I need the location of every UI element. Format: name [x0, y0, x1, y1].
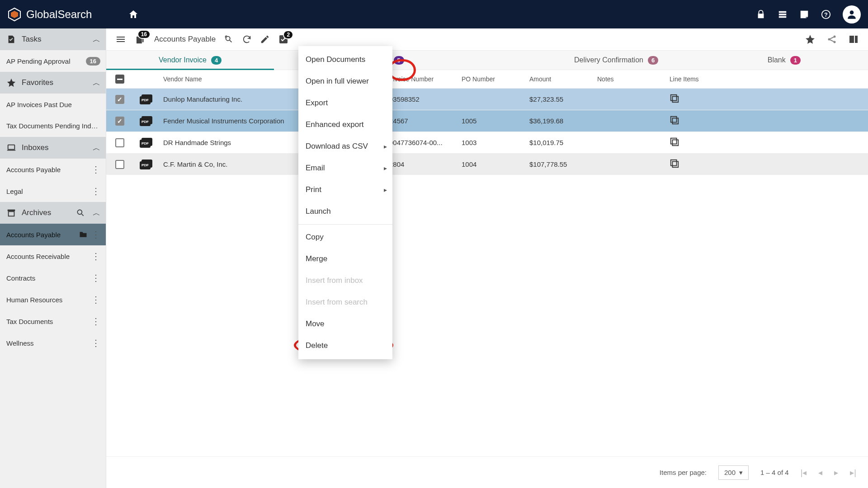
more-vert-icon[interactable]: ⋮: [91, 164, 100, 175]
ctx-email[interactable]: Email▸: [298, 157, 392, 179]
content-title: Accounts Payable: [154, 35, 216, 44]
ctx-download-csv[interactable]: Download as CSV▸: [298, 136, 392, 157]
more-vert-icon[interactable]: ⋮: [91, 186, 100, 197]
panel-toggle-icon[interactable]: [848, 34, 859, 45]
first-page-button[interactable]: |◂: [801, 468, 807, 478]
sidebar-item-archive-contracts[interactable]: Contracts ⋮: [0, 267, 106, 289]
ctx-merge[interactable]: Merge: [298, 248, 392, 270]
table-row[interactable]: PDF Fender Musical Instruments Corporati…: [106, 110, 868, 131]
ctx-copy[interactable]: Copy: [298, 226, 392, 248]
cell-amount: $36,199.68: [525, 117, 593, 125]
table-row[interactable]: PDF C.F. Martin & Co, Inc. 11/19/2018 28…: [106, 153, 868, 175]
results-table: Vendor Name Document Date Invoice Number…: [106, 70, 868, 175]
ctx-delete[interactable]: Delete: [298, 335, 392, 357]
column-header[interactable]: Vendor Name: [159, 75, 312, 83]
sidebar-section-favorites[interactable]: Favorites ︿: [0, 72, 106, 94]
lock-icon[interactable]: [756, 9, 766, 19]
line-items-icon[interactable]: [670, 94, 679, 103]
sidebar-item-inbox-accounts-payable[interactable]: Accounts Payable ⋮: [0, 159, 106, 180]
submenu-arrow-icon: ▸: [384, 143, 387, 150]
cell-invoice-number: 2804: [385, 160, 457, 168]
cell-po-number: 1004: [457, 160, 525, 168]
ctx-export[interactable]: Export: [298, 92, 392, 114]
sidebar-item-archive-hr[interactable]: Human Resources ⋮: [0, 289, 106, 310]
sidebar-item-inbox-legal[interactable]: Legal ⋮: [0, 180, 106, 202]
ctx-open-documents[interactable]: Open Documents: [298, 49, 392, 70]
note-edit-icon[interactable]: [799, 9, 809, 19]
tab-blank[interactable]: Blank 1: [700, 51, 868, 70]
sidebar-item-archive-wellness[interactable]: Wellness ⋮: [0, 332, 106, 354]
pagination-footer: Items per page: 200 ▾ 1 – 4 of 4 |◂ ◂ ▸ …: [106, 456, 868, 488]
row-checkbox[interactable]: [115, 95, 124, 104]
star-outline-icon[interactable]: [805, 34, 816, 45]
column-header[interactable]: Line Items: [665, 75, 719, 83]
pdf-stack-icon[interactable]: PDF: [140, 138, 152, 148]
select-all-checkbox[interactable]: [115, 75, 124, 84]
ctx-enhanced-export[interactable]: Enhanced export: [298, 114, 392, 136]
svg-rect-28: [671, 95, 677, 101]
sidebar-section-inboxes[interactable]: Inboxes ︿: [0, 137, 106, 159]
menu-icon[interactable]: [115, 34, 126, 45]
refresh-icon[interactable]: [242, 34, 252, 44]
pdf-stack-icon[interactable]: PDF: [140, 116, 152, 126]
tab-delivery-confirmation[interactable]: Delivery Confirmation 6: [533, 51, 700, 70]
svg-rect-15: [117, 39, 125, 40]
selection-actions-button[interactable]: 2: [278, 34, 289, 45]
share-icon[interactable]: [826, 34, 837, 45]
next-page-button[interactable]: ▸: [834, 468, 838, 478]
tab-label: Blank: [768, 56, 786, 64]
help-icon[interactable]: ?: [821, 9, 831, 19]
tab-vendor-invoice[interactable]: Vendor Invoice 4: [106, 51, 274, 70]
items-per-page-select[interactable]: 200 ▾: [718, 465, 749, 480]
sidebar: Tasks ︿ AP Pending Approval 16 Favorites…: [0, 28, 106, 488]
chevron-up-icon: ︿: [93, 78, 100, 88]
ctx-move[interactable]: Move: [298, 313, 392, 335]
more-vert-icon[interactable]: ⋮: [91, 316, 100, 327]
sidebar-section-archives[interactable]: Archives ︿: [0, 202, 106, 224]
row-checkbox[interactable]: [115, 117, 124, 126]
more-vert-icon[interactable]: ⋮: [91, 294, 100, 305]
column-header[interactable]: Invoice Number: [385, 75, 457, 83]
count-badge: 16: [86, 57, 100, 66]
sidebar-item-ap-pending-approval[interactable]: AP Pending Approval 16: [0, 50, 106, 72]
column-header[interactable]: PO Number: [457, 75, 525, 83]
pdf-stack-icon[interactable]: PDF: [140, 94, 152, 104]
more-vert-icon[interactable]: ⋮: [91, 338, 100, 348]
more-vert-icon[interactable]: ⋮: [91, 229, 100, 240]
multi-docs-icon[interactable]: 16: [134, 33, 146, 45]
account-avatar-icon[interactable]: [843, 5, 861, 23]
sidebar-item-archive-accounts-payable[interactable]: Accounts Payable ⋮: [0, 224, 106, 245]
edit-icon[interactable]: [260, 34, 270, 44]
svg-rect-11: [9, 211, 14, 216]
ctx-open-full-viewer[interactable]: Open in full viewer: [298, 70, 392, 92]
sidebar-section-tasks[interactable]: Tasks ︿: [0, 28, 106, 50]
table-row[interactable]: PDF DR Handmade Strings 11/16/2018 00477…: [106, 131, 868, 153]
line-items-icon[interactable]: [670, 115, 679, 125]
ctx-launch[interactable]: Launch: [298, 201, 392, 222]
sidebar-item-archive-tax-documents[interactable]: Tax Documents ⋮: [0, 310, 106, 332]
table-row[interactable]: PDF Dunlop Manufacturing Inc. 11/19/2018…: [106, 88, 868, 110]
search-icon[interactable]: [76, 208, 85, 217]
more-vert-icon[interactable]: ⋮: [91, 251, 100, 262]
prev-page-button[interactable]: ◂: [818, 468, 822, 478]
column-header[interactable]: Notes: [593, 75, 665, 83]
find-replace-icon[interactable]: [224, 34, 234, 44]
home-icon[interactable]: [128, 9, 139, 20]
ctx-label: Open in full viewer: [306, 77, 369, 86]
last-page-button[interactable]: ▸|: [850, 468, 856, 478]
row-checkbox[interactable]: [115, 138, 124, 147]
cell-vendor: C.F. Martin & Co, Inc.: [159, 160, 312, 168]
count-badge: 1: [790, 56, 801, 65]
line-items-icon[interactable]: [670, 137, 679, 147]
sidebar-item-ap-invoices-past-due[interactable]: AP Invoices Past Due: [0, 94, 106, 115]
sidebar-item-archive-accounts-receivable[interactable]: Accounts Receivable ⋮: [0, 245, 106, 267]
ctx-print[interactable]: Print▸: [298, 179, 392, 201]
column-header[interactable]: Amount: [525, 75, 593, 83]
row-checkbox[interactable]: [115, 160, 124, 169]
pdf-stack-icon[interactable]: PDF: [140, 160, 152, 169]
tab-label: Delivery Confirmation: [574, 56, 643, 64]
more-vert-icon[interactable]: ⋮: [91, 272, 100, 283]
line-items-icon[interactable]: [670, 159, 679, 169]
storage-icon[interactable]: [778, 9, 788, 19]
sidebar-item-tax-docs-pending[interactable]: Tax Documents Pending Inde...: [0, 115, 106, 137]
